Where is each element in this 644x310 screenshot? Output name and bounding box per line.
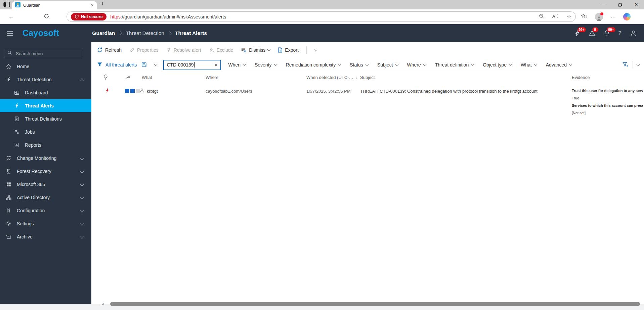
url-text: https://guardian/guardian/admin#/riskAss…	[111, 14, 226, 19]
sidebar-item-threat-definitions[interactable]: Threat Definitions	[0, 112, 91, 125]
filter-severity[interactable]: Severity	[255, 62, 277, 68]
chevron-down-icon	[80, 209, 84, 212]
zoom-out-icon[interactable]	[539, 13, 544, 20]
threat-alerts-bell-button[interactable]: 99+	[574, 30, 581, 36]
lightbulb-column-icon[interactable]	[103, 74, 108, 81]
new-tab-button[interactable]: +	[101, 1, 104, 8]
favorites-bar-icon[interactable]	[581, 13, 588, 20]
url-scheme-struck: https	[111, 14, 121, 19]
sidebar-item-jobs[interactable]: Jobs	[0, 125, 91, 138]
favorite-star-icon[interactable]: ☆	[567, 13, 571, 20]
threat-count-badge: 99+	[577, 27, 586, 32]
user-object-icon	[139, 88, 144, 94]
person-icon	[630, 30, 637, 37]
back-icon[interactable]: ←	[8, 13, 14, 20]
sidebar-item-microsoft-365[interactable]: Microsoft 365	[0, 178, 91, 191]
search-value: CTD-000139	[167, 62, 194, 68]
sidebar-search[interactable]	[4, 49, 83, 58]
account-button[interactable]	[630, 30, 637, 37]
clear-search-icon[interactable]: ✕	[214, 62, 218, 68]
chevron-down-icon	[569, 63, 572, 66]
dismiss-button[interactable]: Dismiss	[241, 47, 270, 53]
notifications-button[interactable]: 99+	[604, 30, 610, 36]
browser-tab-strip: Guardian ✕ + — ✕	[0, 0, 644, 9]
divider	[633, 61, 633, 69]
sidebar-search-input[interactable]	[15, 51, 77, 56]
filter-remediation-complexity[interactable]: Remediation complexity	[286, 62, 341, 68]
column-when-detected[interactable]: When detected (UTC-… ↓	[306, 75, 358, 80]
refresh-button[interactable]: Refresh	[97, 47, 122, 53]
sidebar-item-archive[interactable]: Archive	[0, 230, 91, 243]
sidebar-item-settings[interactable]: Settings	[0, 217, 91, 230]
chevron-down-icon	[338, 63, 341, 66]
breadcrumb-threat-detection[interactable]: Threat Detection	[126, 30, 164, 36]
filter-object-type[interactable]: Object type	[483, 62, 512, 68]
shield-slash-icon	[75, 14, 79, 19]
help-button[interactable]: ?	[618, 30, 621, 37]
browser-tab[interactable]: Guardian ✕	[12, 1, 97, 9]
alert-search-box[interactable]: CTD-000139 ✕	[163, 60, 221, 70]
save-filter-icon[interactable]	[141, 62, 147, 68]
browser-menu-icon[interactable]: ⋯	[610, 14, 616, 20]
scrollbar-left-arrow[interactable]: ◂	[102, 302, 103, 306]
sidebar-item-reports[interactable]: Reports	[0, 138, 91, 151]
sidebar-item-threat-detection[interactable]: Threat Detection	[0, 73, 91, 86]
window-close-button[interactable]: ✕	[629, 0, 643, 9]
sidebar-item-change-monitoring[interactable]: Change Monitoring	[0, 151, 91, 165]
read-aloud-icon[interactable]: A	[552, 14, 559, 20]
evidence-value: True	[572, 94, 643, 102]
properties-button: Properties	[129, 47, 159, 53]
filter-overflow-chevron-icon[interactable]	[637, 63, 640, 66]
resolve-alert-button: Resolve alert	[166, 47, 201, 53]
workspaces-icon[interactable]	[3, 2, 10, 9]
cell-when-detected: 10/7/2025, 3:42:56 PM	[306, 89, 351, 94]
breadcrumb-guardian[interactable]: Guardian	[92, 30, 115, 36]
sort-descending-icon[interactable]: ↓	[356, 75, 358, 80]
sidebar-item-dashboard[interactable]: Dashboard	[0, 86, 91, 99]
tab-close-icon[interactable]: ✕	[91, 3, 94, 8]
column-subject[interactable]: Subject	[360, 75, 375, 80]
url-rest: ://guardian/guardian/admin#/riskAssessme…	[121, 14, 226, 19]
column-what[interactable]: What	[142, 75, 152, 80]
copilot-icon[interactable]	[623, 13, 631, 20]
warnings-button[interactable]: 5	[589, 30, 595, 36]
filter-where[interactable]: Where	[407, 62, 426, 68]
chevron-right-icon	[168, 31, 171, 35]
filter-threat-definition[interactable]: Threat definition	[435, 62, 474, 68]
filter-preset[interactable]: All threat alerts	[105, 62, 137, 68]
severity-column-icon[interactable]	[125, 75, 130, 81]
column-evidence[interactable]: Evidence	[572, 75, 590, 80]
sidebar-item-threat-alerts[interactable]: Threat Alerts	[0, 99, 91, 112]
browser-profile-avatar[interactable]	[595, 13, 603, 21]
toolbar-overflow-chevron-icon[interactable]	[314, 48, 317, 51]
filter-when[interactable]: When	[228, 62, 246, 68]
chevron-down-icon	[423, 63, 426, 66]
filter-advanced[interactable]: Advanced	[546, 62, 572, 68]
window-minimize-button[interactable]: —	[596, 0, 610, 9]
not-secure-badge[interactable]: Not secure	[71, 13, 106, 20]
filter-status[interactable]: Status	[350, 62, 368, 68]
window-restore-button[interactable]	[613, 0, 627, 9]
horizontal-scrollbar-thumb[interactable]	[110, 302, 640, 306]
filter-what[interactable]: What	[521, 62, 537, 68]
sidebar-item-home[interactable]: Home	[0, 60, 91, 73]
chevron-down-icon	[274, 63, 277, 66]
refresh-icon	[97, 47, 103, 53]
archive-icon	[5, 234, 12, 239]
forest-recovery-icon	[5, 169, 12, 174]
alert-row[interactable]: krbtgt cayosoftlab1.com/Users 10/7/2025,…	[91, 83, 644, 116]
filter-subject[interactable]: Subject	[377, 62, 398, 68]
sidebar-item-active-directory[interactable]: Active Directory	[0, 191, 91, 204]
hamburger-menu-icon[interactable]	[7, 31, 13, 36]
sidebar-item-forest-recovery[interactable]: Forest Recovery	[0, 165, 91, 178]
notification-count-badge: 99+	[607, 27, 615, 32]
column-where[interactable]: Where	[206, 75, 218, 80]
reload-icon[interactable]	[44, 13, 49, 20]
sidebar-item-configuration[interactable]: Configuration	[0, 204, 91, 217]
chevron-down-icon	[80, 182, 84, 186]
preset-chevron-icon[interactable]	[154, 63, 158, 66]
export-button[interactable]: Export	[278, 47, 298, 53]
cell-subject: THREAT! CTD-000139: Constrained delegati…	[360, 89, 567, 94]
clear-filter-icon[interactable]	[622, 62, 629, 68]
address-field[interactable]: Not secure https://guardian/guardian/adm…	[67, 11, 576, 22]
